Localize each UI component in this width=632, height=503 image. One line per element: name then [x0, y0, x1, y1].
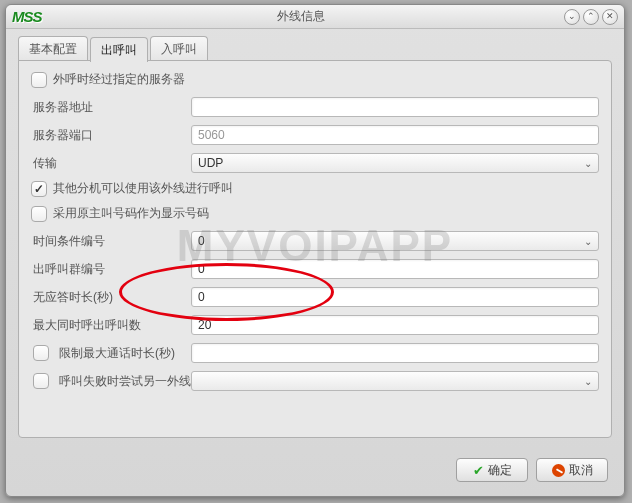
- max-concurrent-input[interactable]: [191, 315, 599, 335]
- close-icon[interactable]: ✕: [602, 9, 618, 25]
- transport-select[interactable]: UDP ⌄: [191, 153, 599, 173]
- use-original-caller-label: 采用原主叫号码作为显示号码: [53, 205, 209, 222]
- max-concurrent-label: 最大同时呼出呼叫数: [31, 317, 191, 334]
- prohibit-icon: [552, 464, 565, 477]
- cancel-button[interactable]: 取消: [536, 458, 608, 482]
- server-address-input[interactable]: [191, 97, 599, 117]
- chevron-down-icon: ⌄: [584, 158, 592, 169]
- limit-max-talk-input[interactable]: [191, 343, 599, 363]
- allow-other-ext-checkbox[interactable]: [31, 181, 47, 197]
- tab-panel-outgoing: 外呼时经过指定的服务器 服务器地址 服务器端口 传输 UDP ⌄ 其他分机可以使…: [18, 60, 612, 438]
- tab-outgoing-call[interactable]: 出呼叫: [90, 37, 148, 62]
- via-specified-server-checkbox[interactable]: [31, 72, 47, 88]
- minimize-icon[interactable]: ⌄: [564, 9, 580, 25]
- titlebar: MSS 外线信息 ⌄ ⌃ ✕: [6, 5, 624, 29]
- tab-basic[interactable]: 基本配置: [18, 36, 88, 61]
- dialog-window: MSS 外线信息 ⌄ ⌃ ✕ 基本配置 出呼叫 入呼叫 外呼时经过指定的服务器 …: [5, 4, 625, 497]
- ok-button-label: 确定: [488, 462, 512, 479]
- dialog-footer: ✔ 确定 取消: [6, 450, 624, 496]
- chevron-down-icon: ⌄: [584, 376, 592, 387]
- transport-value: UDP: [198, 156, 223, 170]
- transport-label: 传输: [31, 155, 191, 172]
- limit-max-talk-label: 限制最大通话时长(秒): [59, 345, 175, 362]
- maximize-icon[interactable]: ⌃: [583, 9, 599, 25]
- server-address-label: 服务器地址: [31, 99, 191, 116]
- allow-other-ext-label: 其他分机可以使用该外线进行呼叫: [53, 180, 233, 197]
- no-answer-duration-input[interactable]: [191, 287, 599, 307]
- server-port-input[interactable]: [191, 125, 599, 145]
- cancel-button-label: 取消: [569, 462, 593, 479]
- app-icon: MSS: [12, 8, 42, 25]
- chevron-down-icon: ⌄: [584, 236, 592, 247]
- window-title: 外线信息: [42, 8, 561, 25]
- tab-incoming-call[interactable]: 入呼叫: [150, 36, 208, 61]
- fail-try-other-select[interactable]: ⌄: [191, 371, 599, 391]
- via-specified-server-label: 外呼时经过指定的服务器: [53, 71, 185, 88]
- server-port-label: 服务器端口: [31, 127, 191, 144]
- time-condition-value: 0: [198, 234, 205, 248]
- use-original-caller-checkbox[interactable]: [31, 206, 47, 222]
- limit-max-talk-checkbox[interactable]: [33, 345, 49, 361]
- outcall-group-input[interactable]: [191, 259, 599, 279]
- time-condition-label: 时间条件编号: [31, 233, 191, 250]
- fail-try-other-checkbox[interactable]: [33, 373, 49, 389]
- no-answer-duration-label: 无应答时长(秒): [31, 289, 191, 306]
- outcall-group-label: 出呼叫群编号: [31, 261, 191, 278]
- fail-try-other-label: 呼叫失败时尝试另一外线: [59, 373, 191, 390]
- check-icon: ✔: [473, 463, 484, 478]
- time-condition-select[interactable]: 0 ⌄: [191, 231, 599, 251]
- tab-bar: 基本配置 出呼叫 入呼叫: [6, 29, 624, 60]
- ok-button[interactable]: ✔ 确定: [456, 458, 528, 482]
